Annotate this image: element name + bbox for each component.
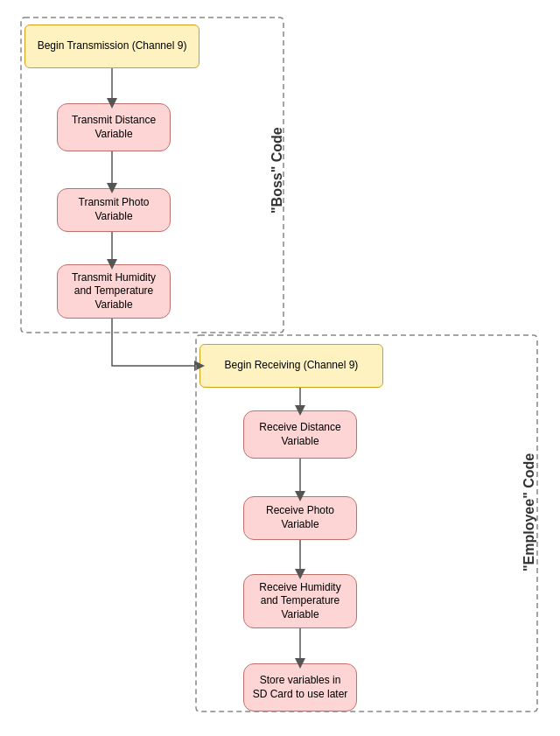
transmit-photo-node: Transmit Photo Variable xyxy=(57,188,171,232)
receive-humidity-node: Receive Humidity and Temperature Variabl… xyxy=(243,574,357,628)
diagram-container: Begin Transmission (Channel 9) Transmit … xyxy=(0,0,560,736)
receive-photo-label: Receive Photo Variable xyxy=(251,504,349,531)
employee-code-label: "Employee" Code xyxy=(522,368,537,656)
transmit-humidity-node: Transmit Humidity and Temperature Variab… xyxy=(57,264,171,319)
begin-transmission-node: Begin Transmission (Channel 9) xyxy=(24,25,200,68)
transmit-distance-label: Transmit Distance Variable xyxy=(65,114,163,141)
begin-transmission-label: Begin Transmission (Channel 9) xyxy=(38,39,187,53)
transmit-humidity-label: Transmit Humidity and Temperature Variab… xyxy=(65,271,163,312)
store-variables-node: Store variables in SD Card to use later xyxy=(243,663,357,711)
receive-photo-node: Receive Photo Variable xyxy=(243,496,357,540)
receive-distance-node: Receive Distance Variable xyxy=(243,410,357,459)
boss-code-label: "Boss" Code xyxy=(270,48,285,293)
transmit-photo-label: Transmit Photo Variable xyxy=(65,196,163,223)
receive-distance-label: Receive Distance Variable xyxy=(251,421,349,448)
begin-receiving-node: Begin Receiving (Channel 9) xyxy=(200,344,383,388)
begin-receiving-label: Begin Receiving (Channel 9) xyxy=(225,359,359,373)
store-variables-label: Store variables in SD Card to use later xyxy=(251,674,349,701)
receive-humidity-label: Receive Humidity and Temperature Variabl… xyxy=(251,581,349,622)
transmit-distance-node: Transmit Distance Variable xyxy=(57,103,171,151)
